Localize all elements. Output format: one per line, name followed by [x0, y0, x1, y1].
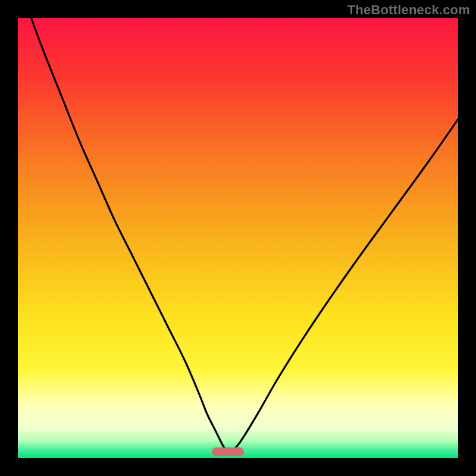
bottleneck-curve: [18, 18, 458, 458]
outer-frame: TheBottleneck.com: [0, 0, 476, 476]
curve-right-branch: [231, 119, 458, 452]
watermark-text: TheBottleneck.com: [347, 2, 470, 18]
optimum-marker: [212, 447, 244, 456]
curve-left-branch: [31, 18, 227, 452]
